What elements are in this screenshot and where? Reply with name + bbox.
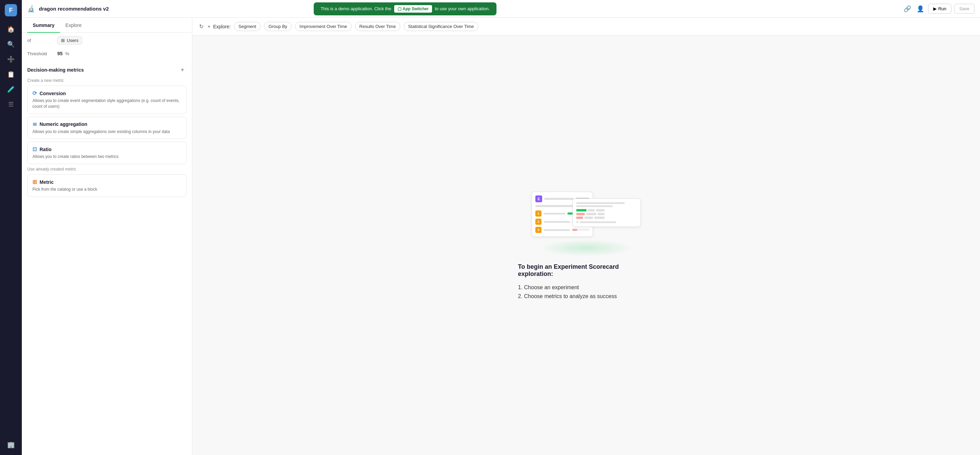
explore-chip-results[interactable]: Results Over Time xyxy=(355,22,400,31)
threshold-unit: % xyxy=(65,51,70,56)
explore-label: ✦ Explore: xyxy=(207,24,231,29)
numeric-card[interactable]: ≋ Numeric aggregation Allows you to crea… xyxy=(27,117,186,139)
sparkle-icon: ✦ xyxy=(207,24,211,29)
users-icon[interactable]: 👤 xyxy=(915,4,926,14)
instruction-step1: 1. Choose an experiment xyxy=(518,285,654,291)
of-label: of xyxy=(27,38,54,43)
users-badge[interactable]: ⊞ Users xyxy=(57,36,82,45)
sidebar-icon-list[interactable]: 📋 xyxy=(5,68,17,81)
threshold-row: Threshold 95 % xyxy=(22,48,192,60)
run-button[interactable]: ▶ Run xyxy=(928,4,951,14)
demo-text: This is a demo application. Click the xyxy=(321,6,391,11)
refresh-icon[interactable]: ↻ xyxy=(199,23,204,30)
instructions-list: 1. Choose an experiment 2. Choose metric… xyxy=(518,285,654,299)
pick-icon: ⊞ xyxy=(32,179,37,185)
ratio-desc: Allows you to create ratios between two … xyxy=(32,154,181,160)
left-sidebar: F 🏠 🔍 ➕ 📋 🧪 ☰ 🏢 xyxy=(0,0,22,455)
sidebar-icon-add[interactable]: ➕ xyxy=(5,53,17,65)
sidebar-icon-search[interactable]: 🔍 xyxy=(5,38,17,51)
link-icon[interactable]: 🔗 xyxy=(902,4,913,14)
top-bar: 🔬 dragon recommendations v2 This is a de… xyxy=(22,0,980,18)
numeric-icon: ≋ xyxy=(32,121,37,127)
sidebar-icon-experiment[interactable]: 🧪 xyxy=(5,83,17,95)
instructions: To begin an Experiment Scorecard explora… xyxy=(518,263,654,302)
conversion-title: ⟳ Conversion xyxy=(32,90,181,97)
threshold-value: 95 xyxy=(57,51,63,56)
conversion-icon: ⟳ xyxy=(32,90,37,97)
explore-chip-significance[interactable]: Statistical Significance Over Time xyxy=(404,22,479,31)
metrics-section: Decision-making metrics + Create a new m… xyxy=(22,60,192,205)
top-actions: 🔗 👤 ▶ Run Save xyxy=(902,4,975,14)
metric-pick-title: ⊞ Metric xyxy=(32,179,181,185)
explore-chip-groupby[interactable]: Group By xyxy=(264,22,291,31)
app-icon: 🔬 xyxy=(27,5,35,13)
metric-pick-desc: Pick from the catalog or use a block xyxy=(32,186,181,192)
metrics-title: Decision-making metrics xyxy=(27,67,84,73)
metric-pick-card[interactable]: ⊞ Metric Pick from the catalog or use a … xyxy=(27,174,186,197)
use-label: Use already created metric xyxy=(27,167,186,172)
ratio-title: ⊡ Ratio xyxy=(32,146,181,153)
explore-chip-improvement[interactable]: Improvement Over Time xyxy=(295,22,351,31)
instructions-title: To begin an Experiment Scorecard explora… xyxy=(518,263,654,278)
numeric-title: ≋ Numeric aggregation xyxy=(32,121,181,127)
right-panel: ↻ ✦ Explore: Segment Group By Improvemen… xyxy=(192,18,980,455)
create-label: Create a new metric xyxy=(27,78,186,83)
scorecard-illustration: E 1 2 xyxy=(531,188,641,250)
app-switcher-button[interactable]: ▢ App Switcher xyxy=(394,5,433,13)
sidebar-icon-menu[interactable]: ☰ xyxy=(5,98,17,110)
ratio-icon: ⊡ xyxy=(32,146,37,153)
tab-explore[interactable]: Explore xyxy=(60,18,87,33)
left-panel: Summary Explore of ⊞ Users Threshold 95 … xyxy=(22,18,192,455)
demo-text2: to use your own application. xyxy=(435,6,490,11)
users-label: Users xyxy=(67,38,78,43)
content-area: Summary Explore of ⊞ Users Threshold 95 … xyxy=(22,18,980,455)
save-button[interactable]: Save xyxy=(954,4,975,14)
tab-summary[interactable]: Summary xyxy=(27,18,60,33)
explore-bar: ↻ ✦ Explore: Segment Group By Improvemen… xyxy=(192,18,980,35)
demo-banner: This is a demo application. Click the ▢ … xyxy=(314,2,496,15)
app-title: dragon recommendations v2 xyxy=(39,6,109,11)
conversion-desc: Allows you to create event segmentation … xyxy=(32,98,181,110)
conversion-card[interactable]: ⟳ Conversion Allows you to create event … xyxy=(27,86,186,114)
threshold-label: Threshold xyxy=(27,51,54,56)
ratio-card[interactable]: ⊡ Ratio Allows you to create ratios betw… xyxy=(27,142,186,164)
sidebar-icon-company[interactable]: 🏢 xyxy=(5,439,17,451)
main-container: 🔬 dragon recommendations v2 This is a de… xyxy=(22,0,980,455)
of-users-row: of ⊞ Users xyxy=(22,33,192,48)
metrics-header: Decision-making metrics + xyxy=(27,66,186,74)
panel-tabs: Summary Explore xyxy=(22,18,192,33)
main-content: E 1 2 xyxy=(192,35,980,455)
add-metric-button[interactable]: + xyxy=(178,66,186,74)
app-logo[interactable]: F xyxy=(5,4,17,16)
instruction-step2: 2. Choose metrics to analyze as success xyxy=(518,293,654,299)
sidebar-icon-home[interactable]: 🏠 xyxy=(5,23,17,35)
table-icon: ⊞ xyxy=(61,38,65,43)
numeric-desc: Allows you to create simple aggregations… xyxy=(32,129,181,135)
explore-chip-segment[interactable]: Segment xyxy=(234,22,261,31)
